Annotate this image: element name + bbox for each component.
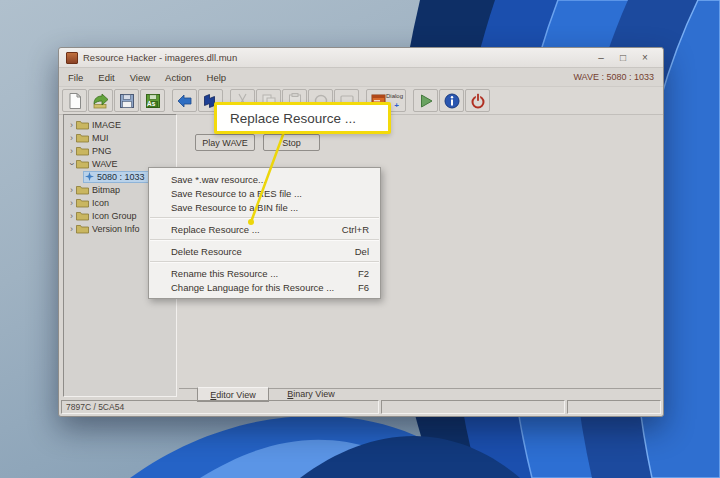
- selected-tree-item[interactable]: 5080 : 1033: [83, 171, 149, 183]
- menu-edit[interactable]: Edit: [98, 72, 114, 83]
- menu-separator: [150, 217, 379, 219]
- desktop: Resource Hacker - imageres.dll.mun – □ ×…: [0, 0, 720, 478]
- folder-icon: [76, 158, 89, 169]
- folder-icon: [76, 119, 89, 130]
- tree-item-mui[interactable]: › MUI: [64, 131, 109, 144]
- titlebar[interactable]: Resource Hacker - imageres.dll.mun – □ ×: [59, 48, 663, 68]
- menu-item-save-wav[interactable]: Save *.wav resource...: [149, 172, 380, 186]
- menu-item-label: Change Language for this Resource ...: [171, 282, 334, 293]
- folder-icon: [76, 184, 89, 195]
- save-icon: [118, 92, 136, 110]
- chevron-right-icon[interactable]: ›: [67, 185, 76, 195]
- statusbar-offsets: 7897C / 5CA54: [61, 400, 379, 414]
- menu-item-save-bin[interactable]: Save Resource to a BIN file ...: [149, 200, 380, 214]
- open-file-button[interactable]: [88, 89, 113, 112]
- tree-item-wave-5080-1033[interactable]: 5080 : 1033: [64, 170, 149, 183]
- folder-icon: [76, 197, 89, 208]
- menu-item-label: Replace Resource ...: [171, 224, 260, 235]
- tree-item-label[interactable]: Version Info: [92, 224, 140, 234]
- info-icon: [443, 92, 461, 110]
- tree-item-bitmap[interactable]: › Bitmap: [64, 183, 120, 196]
- play-resource-button[interactable]: [413, 89, 438, 112]
- replace-resource-callout: Replace Resource ...: [214, 102, 391, 134]
- tree-item-icon[interactable]: › Icon: [64, 196, 109, 209]
- callout-label: Replace Resource ...: [230, 111, 356, 126]
- folder-icon: [76, 210, 89, 221]
- menu-item-label: Delete Resource: [171, 246, 242, 257]
- tree-item-icon-group[interactable]: › Icon Group: [64, 209, 137, 222]
- save-button[interactable]: [114, 89, 139, 112]
- save-as-label: As: [147, 100, 155, 107]
- resource-star-icon: [85, 172, 94, 181]
- folder-icon: [76, 145, 89, 156]
- tree-item-label[interactable]: Icon: [92, 198, 109, 208]
- menu-item-label: Rename this Resource ...: [171, 268, 278, 279]
- save-as-button[interactable]: As: [140, 89, 165, 112]
- menu-item-change-language[interactable]: Change Language for this Resource ... F6: [149, 280, 380, 294]
- tree-item-wave[interactable]: › WAVE: [64, 157, 118, 170]
- tree-item-label[interactable]: WAVE: [92, 159, 118, 169]
- menu-item-replace-resource[interactable]: Replace Resource ... Ctrl+R: [149, 222, 380, 236]
- tree-item-label[interactable]: 5080 : 1033: [97, 172, 145, 182]
- selected-resource-label: WAVE : 5080 : 1033: [573, 72, 654, 82]
- statusbar-panel: [381, 400, 565, 414]
- exit-button[interactable]: [465, 89, 490, 112]
- dialog-button-label: Dialog: [386, 93, 403, 99]
- tree-item-label[interactable]: PNG: [92, 146, 112, 156]
- menu-item-delete-resource[interactable]: Delete Resource Del: [149, 244, 380, 258]
- menu-view[interactable]: View: [130, 72, 150, 83]
- window-title: Resource Hacker - imageres.dll.mun: [83, 52, 237, 63]
- menu-file[interactable]: File: [68, 72, 83, 83]
- chevron-right-icon[interactable]: ›: [67, 224, 76, 234]
- statusbar: 7897C / 5CA54: [61, 400, 661, 414]
- menubar: File Edit View Action Help WAVE : 5080 :…: [59, 68, 663, 87]
- tree-item-version-info[interactable]: › Version Info: [64, 222, 140, 235]
- menu-item-label: Save Resource to a BIN file ...: [171, 202, 298, 213]
- menu-action[interactable]: Action: [165, 72, 191, 83]
- open-file-icon: [92, 92, 110, 110]
- chevron-right-icon[interactable]: ›: [67, 133, 76, 143]
- power-icon: [469, 92, 487, 110]
- chevron-right-icon[interactable]: ›: [67, 120, 76, 130]
- tree-item-label[interactable]: Bitmap: [92, 185, 120, 195]
- menu-item-shortcut: F2: [358, 268, 369, 279]
- resource-context-menu: Save *.wav resource... Save Resource to …: [148, 167, 381, 299]
- menu-item-shortcut: Del: [355, 246, 369, 257]
- chevron-down-icon[interactable]: ›: [67, 159, 77, 168]
- about-button[interactable]: [439, 89, 464, 112]
- tree-item-label[interactable]: MUI: [92, 133, 109, 143]
- minimize-button[interactable]: –: [590, 50, 612, 66]
- menu-separator: [150, 261, 379, 263]
- chevron-right-icon[interactable]: ›: [67, 198, 76, 208]
- tree-item-image[interactable]: › IMAGE: [64, 118, 121, 131]
- window-controls: – □ ×: [590, 50, 656, 66]
- menu-item-save-res[interactable]: Save Resource to a RES file ...: [149, 186, 380, 200]
- folder-icon: [76, 223, 89, 234]
- folder-icon: [76, 132, 89, 143]
- tree-item-label[interactable]: IMAGE: [92, 120, 121, 130]
- chevron-right-icon[interactable]: ›: [67, 211, 76, 221]
- tree-item-label[interactable]: Icon Group: [92, 211, 137, 221]
- play-icon: [417, 92, 435, 110]
- import-resource-button[interactable]: [172, 89, 197, 112]
- chevron-right-icon[interactable]: ›: [67, 146, 76, 156]
- dialog-plus-label: +: [394, 101, 399, 110]
- stop-button[interactable]: Stop: [263, 134, 320, 151]
- app-icon: [66, 52, 78, 64]
- statusbar-panel: [567, 400, 661, 414]
- menu-help[interactable]: Help: [207, 72, 227, 83]
- new-file-button[interactable]: [62, 89, 87, 112]
- maximize-button[interactable]: □: [612, 50, 634, 66]
- menu-item-rename-resource[interactable]: Rename this Resource ... F2: [149, 266, 380, 280]
- play-wave-button[interactable]: Play WAVE: [195, 134, 255, 151]
- new-file-icon: [66, 92, 84, 110]
- import-icon: [176, 92, 194, 110]
- menu-item-label: Save Resource to a RES file ...: [171, 188, 302, 199]
- close-button[interactable]: ×: [634, 50, 656, 66]
- menu-item-label: Save *.wav resource...: [171, 174, 266, 185]
- menu-item-shortcut: Ctrl+R: [342, 224, 369, 235]
- tree-item-png[interactable]: › PNG: [64, 144, 112, 157]
- menu-separator: [150, 239, 379, 241]
- menu-item-shortcut: F6: [358, 282, 369, 293]
